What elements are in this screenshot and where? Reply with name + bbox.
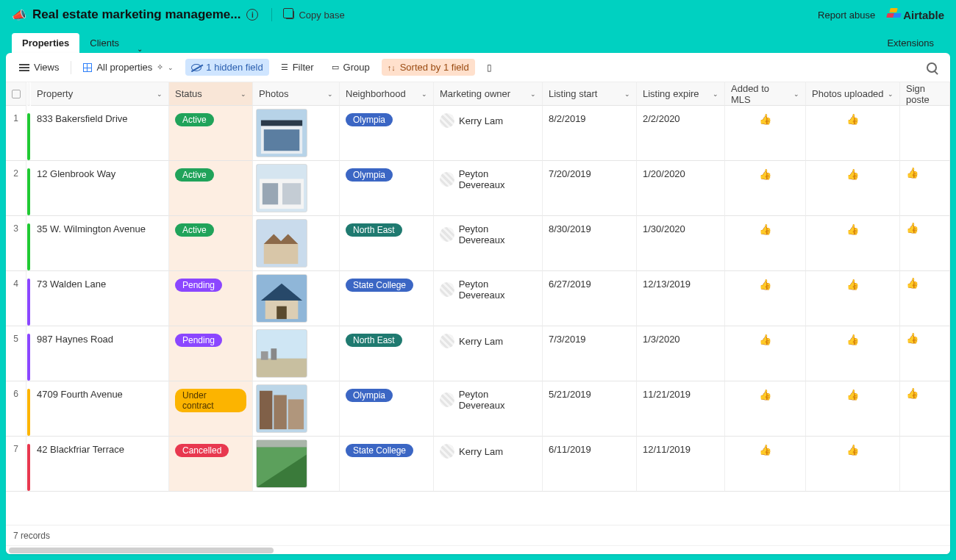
scrollbar-thumb[interactable]	[9, 548, 274, 553]
cell-photos[interactable]	[253, 216, 340, 271]
cell-listing-expire[interactable]: 11/21/2019	[637, 381, 725, 437]
cell-status[interactable]: Pending	[169, 326, 253, 381]
row-number[interactable]: 6	[6, 381, 26, 437]
cell-added-to-mls[interactable]: 👍	[725, 106, 806, 161]
views-button[interactable]: Views	[13, 59, 65, 76]
cell-property[interactable]: 4709 Fourth Avenue	[31, 381, 169, 437]
cell-sign-posted[interactable]: 👍	[900, 216, 950, 271]
row-number[interactable]: 5	[6, 326, 26, 381]
cell-listing-start[interactable]: 8/2/2019	[543, 106, 637, 161]
row-number[interactable]: 4	[6, 271, 26, 326]
cell-listing-start[interactable]: 5/21/2019	[543, 381, 637, 437]
cell-marketing-owner[interactable]: Kerry Lam	[434, 437, 543, 492]
extensions-button[interactable]: Extensions	[877, 33, 944, 53]
cell-status[interactable]: Active	[169, 161, 253, 216]
cell-photos-uploaded[interactable]: 👍	[806, 106, 900, 161]
cell-sign-posted[interactable]	[900, 106, 950, 161]
header-marketing-owner[interactable]: Marketing owner⌄	[434, 82, 543, 106]
cell-neighborhood[interactable]: North East	[340, 326, 434, 381]
filter-button[interactable]: ☰ Filter	[275, 59, 320, 76]
cell-photos[interactable]	[253, 106, 340, 161]
cell-neighborhood[interactable]: North East	[340, 216, 434, 271]
cell-photos-uploaded[interactable]: 👍	[806, 216, 900, 271]
cell-marketing-owner[interactable]: Kerry Lam	[434, 326, 543, 381]
cell-listing-expire[interactable]: 1/3/2020	[637, 326, 725, 381]
header-listing-start[interactable]: Listing start⌄	[543, 82, 637, 106]
cell-photos[interactable]	[253, 381, 340, 437]
cell-photos-uploaded[interactable]: 👍	[806, 437, 900, 492]
grid-scroll[interactable]: Property⌄ Status⌄ Photos⌄ Neighborhood⌄ …	[6, 82, 950, 525]
row-number[interactable]: 2	[6, 161, 26, 216]
cell-property[interactable]: 35 W. Wilmington Avenue	[31, 216, 169, 271]
cell-marketing-owner[interactable]: Peyton Devereaux	[434, 161, 543, 216]
airtable-logo[interactable]: Airtable	[887, 8, 944, 21]
cell-neighborhood[interactable]: Olympia	[340, 381, 434, 437]
cell-property[interactable]: 833 Bakersfield Drive	[31, 106, 169, 161]
header-listing-expire[interactable]: Listing expire⌄	[637, 82, 725, 106]
cell-property[interactable]: 42 Blackfriar Terrace	[31, 437, 169, 492]
view-picker[interactable]: All properties ✧ ⌄	[77, 59, 179, 76]
cell-status[interactable]: Under contract	[169, 381, 253, 437]
cell-listing-expire[interactable]: 1/20/2020	[637, 161, 725, 216]
cell-listing-expire[interactable]: 12/13/2019	[637, 271, 725, 326]
cell-listing-start[interactable]: 7/20/2019	[543, 161, 637, 216]
cell-photos-uploaded[interactable]: 👍	[806, 326, 900, 381]
cell-marketing-owner[interactable]: Kerry Lam	[434, 106, 543, 161]
cell-listing-start[interactable]: 6/11/2019	[543, 437, 637, 492]
cell-neighborhood[interactable]: State College	[340, 271, 434, 326]
header-status[interactable]: Status⌄	[169, 82, 253, 106]
cell-added-to-mls[interactable]: 👍	[725, 161, 806, 216]
cell-marketing-owner[interactable]: Peyton Devereaux	[434, 216, 543, 271]
header-checkbox[interactable]	[6, 82, 26, 106]
cell-property[interactable]: 12 Glenbrook Way	[31, 161, 169, 216]
group-button[interactable]: ▭ Group	[326, 59, 376, 76]
cell-photos[interactable]	[253, 437, 340, 492]
report-abuse-link[interactable]: Report abuse	[818, 10, 875, 21]
cell-added-to-mls[interactable]: 👍	[725, 437, 806, 492]
header-neighborhood[interactable]: Neighborhood⌄	[340, 82, 434, 106]
tab-properties[interactable]: Properties	[12, 33, 79, 53]
copy-base-button[interactable]: Copy base	[285, 10, 344, 21]
sort-button[interactable]: ↑↓ Sorted by 1 field	[382, 59, 475, 76]
cell-listing-expire[interactable]: 1/30/2020	[637, 216, 725, 271]
cell-added-to-mls[interactable]: 👍	[725, 216, 806, 271]
cell-sign-posted[interactable]: 👍	[900, 381, 950, 437]
header-photos[interactable]: Photos⌄	[253, 82, 340, 106]
cell-listing-expire[interactable]: 2/2/2020	[637, 106, 725, 161]
row-number[interactable]: 7	[6, 437, 26, 492]
header-sign-posted[interactable]: Sign poste	[900, 82, 950, 106]
header-property[interactable]: Property⌄	[31, 82, 169, 106]
cell-status[interactable]: Active	[169, 106, 253, 161]
row-number[interactable]: 1	[6, 106, 26, 161]
cell-marketing-owner[interactable]: Peyton Devereaux	[434, 271, 543, 326]
cell-property[interactable]: 987 Haynes Road	[31, 326, 169, 381]
horizontal-scrollbar[interactable]	[6, 545, 950, 554]
tab-clients[interactable]: Clients	[79, 33, 129, 53]
cell-property[interactable]: 73 Walden Lane	[31, 271, 169, 326]
info-icon[interactable]: i	[246, 9, 258, 21]
search-button[interactable]	[921, 60, 943, 76]
cell-status[interactable]: Cancelled	[169, 437, 253, 492]
cell-photos[interactable]	[253, 161, 340, 216]
cell-added-to-mls[interactable]: 👍	[725, 381, 806, 437]
cell-photos[interactable]	[253, 326, 340, 381]
cell-photos-uploaded[interactable]: 👍	[806, 271, 900, 326]
header-added-to-mls[interactable]: Added to MLS⌄	[725, 82, 806, 106]
row-height-button[interactable]: ▯	[481, 60, 498, 76]
cell-photos[interactable]	[253, 271, 340, 326]
row-number[interactable]: 3	[6, 216, 26, 271]
cell-neighborhood[interactable]: Olympia	[340, 106, 434, 161]
cell-listing-start[interactable]: 6/27/2019	[543, 271, 637, 326]
header-photos-uploaded[interactable]: Photos uploaded⌄	[806, 82, 900, 106]
cell-added-to-mls[interactable]: 👍	[725, 271, 806, 326]
cell-added-to-mls[interactable]: 👍	[725, 326, 806, 381]
base-title[interactable]: Real estate marketing manageme...	[32, 7, 240, 22]
cell-listing-expire[interactable]: 12/11/2019	[637, 437, 725, 492]
cell-sign-posted[interactable]: 👍	[900, 326, 950, 381]
cell-listing-start[interactable]: 7/3/2019	[543, 326, 637, 381]
cell-marketing-owner[interactable]: Peyton Devereaux	[434, 381, 543, 437]
cell-neighborhood[interactable]: Olympia	[340, 161, 434, 216]
cell-status[interactable]: Pending	[169, 271, 253, 326]
tab-menu-chevron[interactable]: ⌄	[129, 45, 150, 53]
cell-photos-uploaded[interactable]: 👍	[806, 161, 900, 216]
